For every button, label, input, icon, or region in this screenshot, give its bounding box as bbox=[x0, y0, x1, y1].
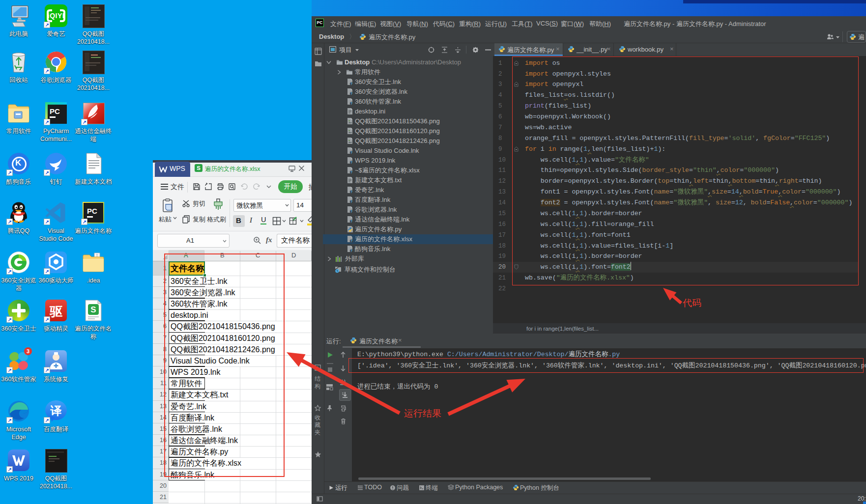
svg-text:?: ? bbox=[350, 160, 353, 164]
svg-text:?: ? bbox=[350, 219, 353, 223]
svg-text:S: S bbox=[90, 305, 96, 314]
svg-text:?: ? bbox=[350, 249, 353, 252]
svg-text:?: ? bbox=[350, 209, 353, 213]
svg-text:?: ? bbox=[350, 101, 353, 105]
svg-text:?: ? bbox=[350, 170, 353, 174]
svg-text:?: ? bbox=[350, 91, 353, 95]
svg-text:?: ? bbox=[350, 82, 353, 85]
svg-text:?: ? bbox=[350, 190, 353, 194]
svg-text:?: ? bbox=[350, 239, 353, 243]
svg-text:?: ? bbox=[350, 199, 353, 203]
svg-text:?: ? bbox=[350, 150, 353, 154]
